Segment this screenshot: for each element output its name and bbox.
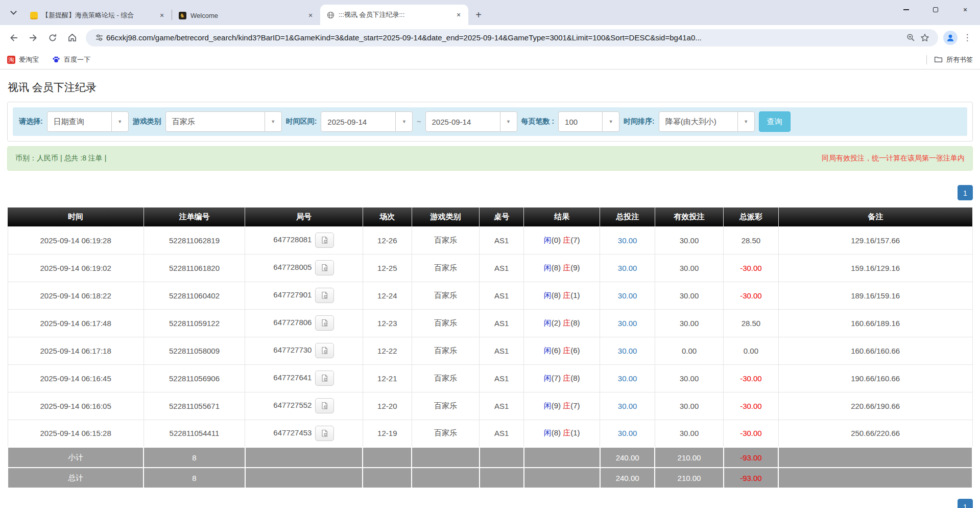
table-row: 2025-09-14 06:19:28 522811062819 6477280… — [8, 226, 972, 254]
banker-result-label: 庄 — [563, 291, 570, 299]
bookmark-baidu[interactable]: 百度一下 — [52, 55, 90, 64]
back-button[interactable] — [5, 29, 22, 47]
cell-game: 百家乐 — [412, 226, 479, 254]
omnibox[interactable]: 66cxkj98.com/game/betrecord_search/kind3… — [86, 29, 938, 47]
date-start-input[interactable]: 2025-09-14 ▼ — [321, 111, 413, 132]
total-total-bet: 240.00 — [600, 468, 655, 488]
col-valid-bet: 有效投注 — [655, 207, 723, 226]
query-type-select[interactable]: 日期查询 ▼ — [47, 111, 129, 132]
cell-table: AS1 — [480, 226, 524, 254]
video-record-button[interactable] — [315, 315, 334, 331]
table-row: 2025-09-14 06:17:18 522811058009 6477277… — [8, 337, 972, 364]
cell-round: 647728005 — [245, 254, 363, 282]
close-tab-icon[interactable]: × — [306, 11, 315, 20]
bookmark-star-icon[interactable] — [918, 31, 932, 45]
cell-valid-bet: 0.00 — [655, 337, 723, 364]
chevron-down-icon: ▼ — [265, 112, 281, 131]
chevron-down-icon: ▼ — [737, 112, 754, 131]
close-window-button[interactable]: × — [950, 0, 980, 19]
cell-session: 12-26 — [363, 226, 412, 254]
cell-bet-id: 522811058009 — [144, 337, 245, 364]
cell-total-bet: 30.00 — [600, 364, 655, 392]
url-text[interactable]: 66cxkj98.com/game/betrecord_search/kind3… — [106, 33, 903, 42]
col-result: 结果 — [524, 207, 600, 226]
col-game: 游戏类别 — [412, 207, 479, 226]
cell-bet-id: 522811062819 — [144, 226, 245, 254]
table-row: 2025-09-14 06:16:45 522811056906 6477276… — [8, 364, 972, 392]
cell-game: 百家乐 — [412, 309, 479, 337]
cell-bet-id: 522811054411 — [144, 420, 245, 447]
total-bet-link[interactable]: 30.00 — [618, 319, 637, 328]
close-tab-icon[interactable]: × — [157, 11, 166, 20]
new-tab-button[interactable]: + — [471, 8, 486, 22]
zoom-icon[interactable] — [903, 31, 918, 45]
total-bet-link[interactable]: 30.00 — [618, 264, 637, 272]
tab-bet-records-active[interactable]: :::视讯 会员下注纪录::: × — [320, 5, 468, 25]
banker-result-label: 庄 — [563, 263, 570, 272]
total-bet-link[interactable]: 30.00 — [618, 291, 637, 300]
bookmark-taobao[interactable]: 淘 爱淘宝 — [7, 55, 39, 64]
search-button[interactable]: 查询 — [759, 111, 791, 132]
tab-welcome[interactable]: ♞ Welcome × — [172, 6, 320, 25]
tab-title: Welcome — [190, 12, 303, 19]
date-start-value: 2025-09-14 — [321, 112, 395, 131]
total-bet-link[interactable]: 30.00 — [618, 402, 637, 410]
maximize-button[interactable] — [921, 0, 950, 19]
site-settings-icon[interactable] — [92, 31, 106, 45]
table-row: 2025-09-14 06:19:02 522811061820 6477280… — [8, 254, 972, 282]
cell-note: 220.66/190.66 — [778, 392, 972, 420]
video-record-button[interactable] — [315, 371, 334, 386]
cell-round: 647727901 — [245, 282, 363, 309]
home-button[interactable] — [63, 29, 81, 47]
video-record-button[interactable] — [315, 343, 334, 358]
video-record-button[interactable] — [315, 233, 334, 248]
page-content: 视讯 会员下注纪录 请选择: 日期查询 ▼ 游戏类别 百家乐 ▼ 时间区间: 2… — [0, 80, 980, 508]
total-payout: -93.00 — [724, 468, 779, 488]
forward-button[interactable] — [25, 29, 42, 47]
total-bet-link[interactable]: 30.00 — [618, 374, 637, 383]
video-record-button[interactable] — [315, 260, 334, 275]
date-end-input[interactable]: 2025-09-14 ▼ — [425, 111, 517, 132]
video-record-button[interactable] — [315, 398, 334, 413]
total-bet-link[interactable]: 30.00 — [618, 236, 637, 245]
minimize-button[interactable] — [891, 0, 921, 19]
video-record-button[interactable] — [315, 288, 334, 303]
cell-session: 12-24 — [363, 282, 412, 309]
valid-bet-notice-text: 同局有效投注，统一计算在该局第一张注单内 — [822, 154, 965, 163]
page-1-button[interactable]: 1 — [958, 499, 973, 508]
bookmark-label: 百度一下 — [64, 55, 90, 64]
page-1-button[interactable]: 1 — [958, 185, 973, 200]
cell-time: 2025-09-14 06:19:28 — [8, 226, 144, 254]
per-page-select[interactable]: 100 ▼ — [558, 111, 619, 132]
video-file-icon — [321, 402, 329, 410]
tab-forum[interactable]: 【新提醒】海燕策略论坛 - 综合 × — [23, 6, 172, 25]
game-type-select[interactable]: 百家乐 ▼ — [165, 111, 282, 132]
cell-bet-id: 522811055671 — [144, 392, 245, 420]
banker-result-label: 庄 — [563, 374, 570, 382]
cell-result: 闲(8) 庄(9) — [524, 254, 600, 282]
cell-bet-id: 522811060402 — [144, 282, 245, 309]
bookmarks-bar: 淘 爱淘宝 百度一下 所有书签 — [0, 50, 980, 70]
all-bookmarks-button[interactable]: 所有书签 — [926, 55, 973, 64]
cell-game: 百家乐 — [412, 282, 479, 309]
cell-valid-bet: 30.00 — [655, 392, 723, 420]
total-bet-link[interactable]: 30.00 — [618, 347, 637, 355]
profile-avatar[interactable] — [943, 31, 958, 45]
cell-total-bet: 30.00 — [600, 337, 655, 364]
cell-valid-bet: 30.00 — [655, 282, 723, 309]
browser-menu-button[interactable]: ⋮ — [960, 32, 975, 43]
cell-result: 闲(6) 庄(6) — [524, 337, 600, 364]
close-tab-icon[interactable]: × — [454, 10, 463, 19]
banker-result-label: 庄 — [563, 346, 570, 355]
cell-note: 159.16/129.16 — [778, 254, 972, 282]
tab-search-button[interactable] — [6, 6, 20, 20]
table-body: 2025-09-14 06:19:28 522811062819 6477280… — [8, 226, 972, 447]
reload-button[interactable] — [44, 29, 61, 47]
subtotal-payout: -93.00 — [724, 447, 779, 468]
total-bet-link[interactable]: 30.00 — [618, 429, 637, 437]
cell-note: 160.66/189.16 — [778, 309, 972, 337]
cell-valid-bet: 30.00 — [655, 364, 723, 392]
subtotal-total-bet: 240.00 — [600, 447, 655, 468]
video-record-button[interactable] — [315, 426, 334, 441]
sort-select[interactable]: 降幂(由大到小) ▼ — [659, 111, 755, 132]
